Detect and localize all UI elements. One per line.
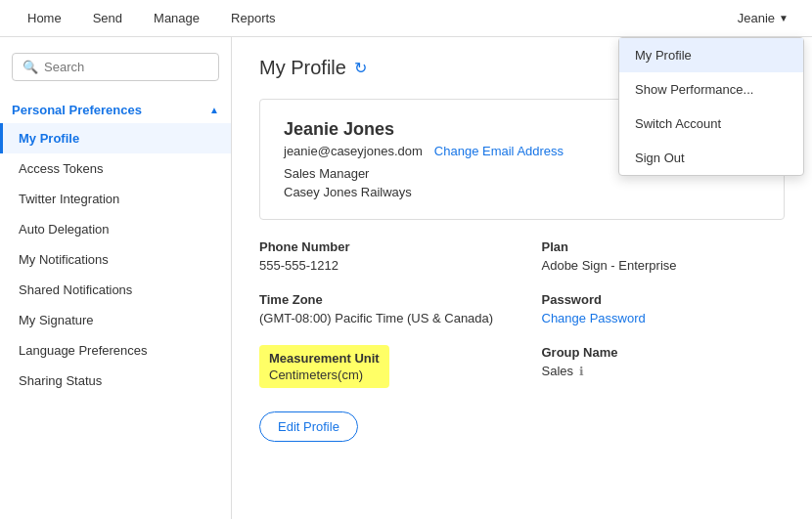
profile-email-text: jeanie@caseyjones.dom bbox=[284, 144, 423, 158]
phone-value: 555-555-1212 bbox=[259, 258, 503, 273]
dropdown-item-my-profile[interactable]: My Profile bbox=[619, 38, 803, 72]
sidebar-item-my-signature[interactable]: My Signature bbox=[0, 305, 231, 335]
nav-send[interactable]: Send bbox=[77, 0, 138, 37]
change-password-link[interactable]: Change Password bbox=[542, 311, 646, 325]
timezone-info: Time Zone (GMT-08:00) Pacific Time (US &… bbox=[259, 292, 503, 325]
dropdown-item-switch-account[interactable]: Switch Account bbox=[619, 107, 803, 141]
user-dropdown-menu: My Profile Show Performance... Switch Ac… bbox=[618, 37, 804, 176]
phone-label: Phone Number bbox=[259, 239, 503, 254]
user-chevron-icon: ▼ bbox=[779, 13, 789, 23]
measurement-info: Measurement Unit Centimeters(cm) bbox=[259, 345, 503, 388]
timezone-label: Time Zone bbox=[259, 292, 503, 307]
group-value: Sales bbox=[542, 364, 574, 378]
group-label: Group Name bbox=[542, 345, 786, 360]
personal-preferences-header[interactable]: Personal Preferences ▲ bbox=[0, 97, 231, 123]
nav-items: Home Send Manage Reports bbox=[12, 0, 726, 37]
info-grid: Phone Number 555-555-1212 Plan Adobe Sig… bbox=[259, 239, 785, 388]
profile-company: Casey Jones Railways bbox=[284, 185, 760, 199]
sidebar-item-sharing-status[interactable]: Sharing Status bbox=[0, 366, 231, 396]
page-title: My Profile bbox=[259, 57, 346, 79]
user-name-label: Jeanie bbox=[738, 11, 775, 25]
nav-home[interactable]: Home bbox=[12, 0, 77, 37]
group-info: Group Name Sales ℹ bbox=[542, 345, 786, 388]
sidebar-item-language-preferences[interactable]: Language Preferences bbox=[0, 335, 231, 366]
nav-manage[interactable]: Manage bbox=[138, 0, 215, 37]
search-box[interactable]: 🔍 bbox=[12, 53, 219, 81]
sidebar: 🔍 Personal Preferences ▲ My Profile Acce… bbox=[0, 37, 232, 519]
sidebar-item-shared-notifications[interactable]: Shared Notifications bbox=[0, 275, 231, 305]
timezone-value: (GMT-08:00) Pacific Time (US & Canada) bbox=[259, 311, 503, 325]
search-icon: 🔍 bbox=[23, 60, 38, 74]
sidebar-item-my-notifications[interactable]: My Notifications bbox=[0, 244, 231, 275]
top-nav: Home Send Manage Reports Jeanie ▼ My Pro… bbox=[0, 0, 812, 37]
password-info: Password Change Password bbox=[542, 292, 786, 325]
user-menu-trigger[interactable]: Jeanie ▼ bbox=[726, 11, 800, 25]
password-label: Password bbox=[542, 292, 786, 307]
search-input[interactable] bbox=[44, 60, 208, 74]
section-label: Personal Preferences bbox=[12, 103, 142, 117]
nav-reports[interactable]: Reports bbox=[215, 0, 292, 37]
plan-info: Plan Adobe Sign - Enterprise bbox=[542, 239, 786, 273]
dropdown-item-sign-out[interactable]: Sign Out bbox=[619, 141, 803, 175]
phone-info: Phone Number 555-555-1212 bbox=[259, 239, 503, 273]
sidebar-item-auto-delegation[interactable]: Auto Delegation bbox=[0, 214, 231, 244]
chevron-up-icon: ▲ bbox=[209, 105, 219, 115]
dropdown-item-show-performance[interactable]: Show Performance... bbox=[619, 72, 803, 107]
edit-profile-button[interactable]: Edit Profile bbox=[259, 411, 358, 442]
change-email-link[interactable]: Change Email Address bbox=[434, 144, 564, 158]
plan-label: Plan bbox=[542, 239, 786, 254]
measurement-highlight: Measurement Unit Centimeters(cm) bbox=[259, 345, 389, 388]
sidebar-item-my-profile[interactable]: My Profile bbox=[0, 123, 231, 153]
refresh-icon[interactable]: ↻ bbox=[354, 59, 367, 77]
sidebar-item-access-tokens[interactable]: Access Tokens bbox=[0, 153, 231, 184]
measurement-value: Centimeters(cm) bbox=[269, 368, 380, 382]
measurement-label: Measurement Unit bbox=[269, 351, 380, 366]
info-icon: ℹ bbox=[579, 365, 584, 378]
sidebar-item-twitter-integration[interactable]: Twitter Integration bbox=[0, 184, 231, 214]
plan-value: Adobe Sign - Enterprise bbox=[542, 258, 786, 273]
